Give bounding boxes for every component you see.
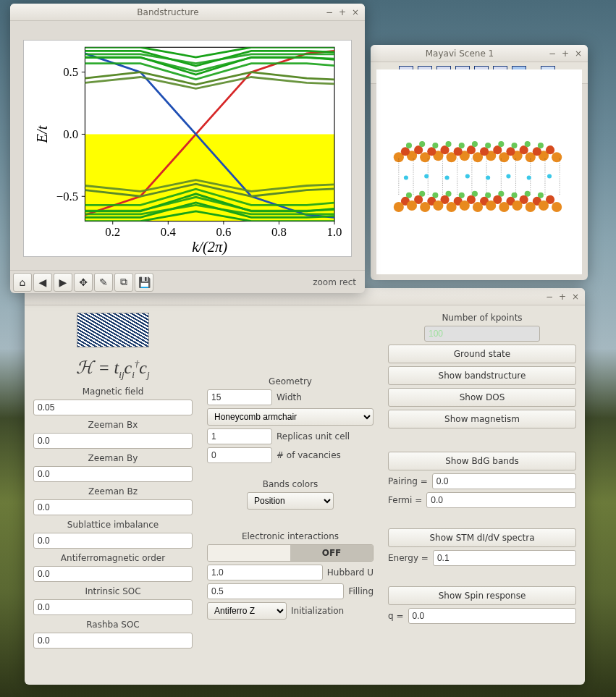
svg-point-90 bbox=[526, 202, 536, 212]
energy-input[interactable] bbox=[433, 550, 576, 566]
ground-state-button[interactable]: Ground state bbox=[388, 345, 576, 363]
energy-label: Energy = bbox=[388, 553, 429, 563]
column-right: Number of kpoints Ground state Show band… bbox=[388, 311, 576, 649]
svg-point-84 bbox=[447, 202, 457, 212]
column-left: ℋ = tijci†cj Magnetic field Zeeman Bx Ze… bbox=[33, 311, 193, 649]
svg-point-81 bbox=[407, 200, 417, 211]
svg-text:0.6: 0.6 bbox=[216, 225, 231, 239]
maximize-icon[interactable]: + bbox=[560, 48, 570, 59]
show-bdg-button[interactable]: Show BdG bands bbox=[388, 452, 576, 470]
rsoc-input[interactable] bbox=[33, 633, 193, 649]
save-icon[interactable]: 💾 bbox=[135, 273, 153, 292]
svg-text:0.8: 0.8 bbox=[271, 225, 287, 239]
init-select[interactable]: Antiferro Z bbox=[207, 602, 287, 620]
minimize-icon[interactable]: − bbox=[547, 48, 557, 59]
sublattice-label: Sublattice imbalance bbox=[33, 520, 193, 530]
init-label: Initialization bbox=[291, 606, 344, 616]
svg-point-25 bbox=[546, 145, 554, 154]
svg-point-36 bbox=[538, 143, 544, 148]
control-panel-window: − + × ℋ = tijci†cj Magnetic field Zeeman… bbox=[25, 288, 585, 685]
replicas-input[interactable] bbox=[207, 428, 272, 444]
svg-point-88 bbox=[499, 202, 509, 212]
back-icon[interactable]: ◀ bbox=[33, 273, 52, 292]
svg-point-34 bbox=[511, 143, 517, 148]
fermi-label: Fermi = bbox=[388, 495, 422, 505]
hamiltonian-equation: ℋ = tijci†cj bbox=[33, 359, 193, 379]
pairing-label: Pairing = bbox=[388, 476, 428, 486]
home-icon[interactable]: ⌂ bbox=[13, 273, 32, 292]
zeeman-bx-input[interactable] bbox=[33, 433, 193, 449]
bandstructure-plot[interactable]: 0.20.40.60.81.0−0.50.00.5k/(2π)E/t bbox=[23, 40, 352, 257]
show-dos-button[interactable]: Show DOS bbox=[388, 388, 576, 407]
width-input[interactable] bbox=[207, 389, 272, 405]
svg-text:1.0: 1.0 bbox=[327, 225, 342, 239]
close-icon[interactable]: × bbox=[570, 292, 581, 302]
bs-title: Bandstructure bbox=[14, 7, 321, 17]
bs-titlebar[interactable]: Bandstructure − + × bbox=[10, 4, 365, 21]
column-middle: Geometry Width Honeycomb armchair Replic… bbox=[207, 311, 374, 649]
svg-point-53 bbox=[486, 176, 490, 180]
mayavi-title: Mayavi Scene 1 bbox=[375, 48, 544, 59]
svg-point-27 bbox=[419, 141, 425, 147]
svg-point-55 bbox=[527, 176, 531, 180]
svg-point-29 bbox=[446, 141, 452, 147]
mpl-toolbar: ⌂ ◀ ▶ ✥ ✎ ⧉ 💾 zoom rect bbox=[10, 270, 365, 293]
svg-point-87 bbox=[486, 200, 496, 211]
bands-color-select[interactable]: Position bbox=[247, 492, 334, 510]
pan-icon[interactable]: ✥ bbox=[74, 273, 93, 292]
eint-toggle-on bbox=[208, 545, 290, 561]
svg-text:0.5: 0.5 bbox=[63, 65, 78, 79]
vacancies-input[interactable] bbox=[207, 447, 272, 463]
svg-point-32 bbox=[485, 143, 491, 148]
fermi-input[interactable] bbox=[426, 492, 576, 508]
filling-input[interactable] bbox=[207, 583, 344, 599]
replicas-label: Replicas unit cell bbox=[277, 431, 350, 442]
svg-point-89 bbox=[512, 200, 522, 211]
show-magnetism-button[interactable]: Show magnetism bbox=[388, 410, 576, 428]
isoc-input[interactable] bbox=[33, 599, 193, 615]
bandstructure-window: Bandstructure − + × 0.20.40.60.81.0−0.50… bbox=[10, 4, 365, 293]
mayavi-window: Mayavi Scene 1 − + × ➤ X X Y Y Z Z ▦ ≡ bbox=[371, 45, 588, 280]
svg-point-33 bbox=[498, 141, 504, 147]
subplots-icon[interactable]: ⧉ bbox=[114, 273, 133, 292]
svg-text:−0.5: −0.5 bbox=[56, 190, 78, 203]
hubbard-input[interactable] bbox=[207, 565, 323, 580]
svg-point-30 bbox=[459, 143, 465, 148]
sublattice-input[interactable] bbox=[33, 533, 193, 549]
svg-text:E/t: E/t bbox=[34, 124, 50, 143]
minimize-icon[interactable]: − bbox=[324, 7, 334, 17]
magnetic-field-input[interactable] bbox=[33, 400, 193, 415]
q-input[interactable] bbox=[408, 608, 577, 624]
mayavi-3d-view[interactable] bbox=[376, 69, 582, 274]
lattice-select[interactable]: Honeycomb armchair bbox=[207, 408, 374, 426]
zeeman-bx-label: Zeeman Bx bbox=[33, 420, 193, 430]
nk-input[interactable] bbox=[424, 326, 540, 342]
svg-point-54 bbox=[506, 174, 510, 179]
afm-input[interactable] bbox=[33, 566, 193, 582]
svg-point-91 bbox=[539, 200, 549, 211]
zeeman-bz-input[interactable] bbox=[33, 499, 193, 515]
pairing-input[interactable] bbox=[432, 473, 576, 489]
minimize-icon[interactable]: − bbox=[544, 292, 554, 302]
svg-point-13 bbox=[552, 152, 562, 162]
svg-text:0.0: 0.0 bbox=[63, 127, 78, 141]
mayavi-titlebar[interactable]: Mayavi Scene 1 − + × bbox=[371, 45, 588, 62]
svg-point-35 bbox=[525, 141, 531, 147]
svg-point-51 bbox=[444, 176, 449, 180]
maximize-icon[interactable]: + bbox=[557, 292, 568, 302]
zeeman-by-label: Zeeman By bbox=[33, 453, 193, 463]
show-spin-button[interactable]: Show Spin response bbox=[388, 586, 576, 605]
edit-icon[interactable]: ✎ bbox=[94, 273, 113, 292]
maximize-icon[interactable]: + bbox=[337, 7, 347, 17]
svg-point-31 bbox=[472, 141, 478, 147]
filling-label: Filling bbox=[348, 586, 374, 596]
zeeman-bz-label: Zeeman Bz bbox=[33, 486, 193, 497]
close-icon[interactable]: × bbox=[350, 7, 360, 17]
close-icon[interactable]: × bbox=[573, 48, 583, 59]
show-bands-button[interactable]: Show bandstructure bbox=[388, 366, 576, 385]
show-stm-button[interactable]: Show STM dI/dV spectra bbox=[388, 528, 576, 547]
forward-icon[interactable]: ▶ bbox=[54, 273, 72, 292]
zeeman-by-input[interactable] bbox=[33, 466, 193, 482]
eint-toggle[interactable]: OFF bbox=[207, 544, 374, 562]
svg-point-85 bbox=[460, 200, 470, 211]
